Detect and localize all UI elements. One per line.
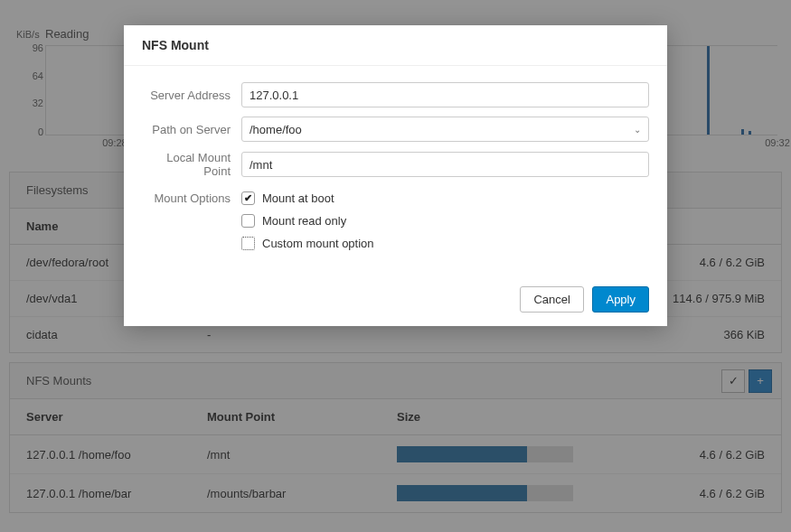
mount-read-only-option[interactable]: Mount read only bbox=[241, 210, 649, 232]
checkbox-checked-icon bbox=[241, 191, 255, 205]
chevron-down-icon: ⌄ bbox=[634, 125, 641, 135]
dialog-title: NFS Mount bbox=[124, 25, 667, 66]
custom-mount-option[interactable]: Custom mount option bbox=[241, 232, 649, 255]
path-label: Path on Server bbox=[142, 123, 241, 136]
mount-options-label: Mount Options bbox=[142, 187, 241, 205]
apply-button[interactable]: Apply bbox=[592, 286, 649, 313]
server-address-label: Server Address bbox=[142, 89, 241, 102]
checkbox-dotted-icon bbox=[241, 237, 255, 250]
path-select[interactable]: /home/foo ⌄ bbox=[241, 117, 649, 142]
server-address-input[interactable] bbox=[241, 82, 649, 107]
local-mount-input[interactable] bbox=[241, 152, 649, 177]
mount-at-boot-option[interactable]: Mount at boot bbox=[241, 187, 649, 210]
local-mount-label: Local Mount Point bbox=[142, 151, 241, 178]
nfs-mount-dialog: NFS Mount Server Address Path on Server … bbox=[124, 25, 667, 326]
cancel-button[interactable]: Cancel bbox=[520, 286, 583, 313]
checkbox-icon bbox=[241, 214, 255, 228]
